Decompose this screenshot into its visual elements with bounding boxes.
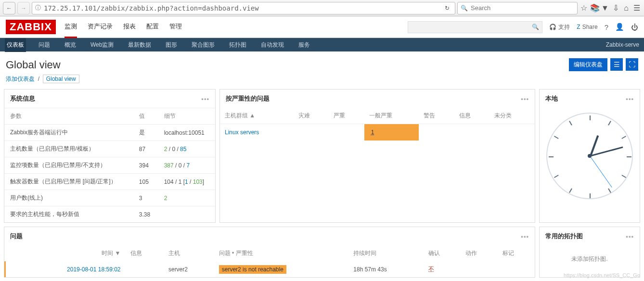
col-tag: 标记 xyxy=(498,245,535,261)
second-hand xyxy=(590,156,612,188)
clock-pin xyxy=(588,154,592,158)
clock-tick xyxy=(554,136,559,139)
col-time[interactable]: 时间 ▼ xyxy=(5,245,126,261)
menu-inventory[interactable]: 资产记录 xyxy=(88,16,113,38)
menu-admin[interactable]: 管理 xyxy=(169,16,182,38)
problem-time-link[interactable]: 2019-08-01 18:59:02 xyxy=(67,266,120,273)
problem-ack[interactable]: 不 xyxy=(428,266,434,272)
value-cell: 394 xyxy=(133,157,158,174)
server-name: Zabbix-serve xyxy=(606,41,639,48)
widget-title: 问题 xyxy=(10,232,23,241)
value-cell: 3 xyxy=(133,190,158,206)
severity-average-count[interactable]: 1 xyxy=(369,128,376,137)
add-dashboard-link[interactable]: 添加仪表盘 xyxy=(6,76,35,82)
clock-tick xyxy=(554,175,559,178)
subnav-overview[interactable]: 概览 xyxy=(63,38,78,52)
browser-search-input[interactable] xyxy=(471,4,574,12)
severity-row: Linux servers 1 xyxy=(220,124,535,141)
col-detail: 细节 xyxy=(158,108,215,125)
widget-menu-icon[interactable]: ••• xyxy=(521,95,529,102)
problem-row: 2019-08-01 18:59:02 server2 server2 is n… xyxy=(5,261,535,277)
col-ack: 确认 xyxy=(424,245,461,261)
value-cell: 3.38 xyxy=(133,206,158,223)
subnav-discovery[interactable]: 自动发现 xyxy=(259,38,286,52)
menu-icon[interactable]: ☰ xyxy=(632,3,641,13)
col-action: 动作 xyxy=(461,245,498,261)
browser-search[interactable]: 🔍 xyxy=(457,2,578,14)
col-problem: 问题 • 严重性 xyxy=(214,245,349,261)
system-info-table: 参数 值 细节 Zabbix服务器端运行中是localhost:10051主机数… xyxy=(4,108,215,222)
app-header: ZABBIX 监测 资产记录 报表 配置 管理 🔍 🎧支持 ZShare ? 👤… xyxy=(0,16,644,38)
problem-host[interactable]: server2 xyxy=(164,261,214,277)
url-input[interactable] xyxy=(44,4,439,12)
widget-menu-icon[interactable]: ••• xyxy=(626,233,634,240)
header-search[interactable]: 🔍 xyxy=(408,21,542,33)
widget-menu-icon[interactable]: ••• xyxy=(626,95,634,102)
pocket-icon[interactable]: ▼ xyxy=(601,4,609,13)
header-search-input[interactable] xyxy=(411,24,532,31)
breadcrumb-current[interactable]: Global view xyxy=(43,75,79,83)
menu-reports[interactable]: 报表 xyxy=(123,16,136,38)
subnav-graphs[interactable]: 图形 xyxy=(164,38,179,52)
col-param: 参数 xyxy=(4,108,133,125)
widget-title: 按严重性的问题 xyxy=(226,94,270,103)
subnav-maps[interactable]: 拓扑图 xyxy=(227,38,248,52)
support-link[interactable]: 🎧支持 xyxy=(549,23,570,31)
subnav-screens[interactable]: 聚合图形 xyxy=(190,38,217,52)
subnav-dashboard[interactable]: 仪表板 xyxy=(5,38,26,52)
detail-cell: 2 / 0 / 85 xyxy=(158,141,215,157)
breadcrumb: 添加仪表盘 / Global view xyxy=(0,74,644,89)
page-title: Global view xyxy=(6,59,61,71)
share-icon: Z xyxy=(577,24,580,30)
help-icon[interactable]: ? xyxy=(605,23,608,31)
power-icon[interactable]: ⏻ xyxy=(631,23,638,31)
share-link[interactable]: ZShare xyxy=(577,24,597,30)
widget-menu-icon[interactable]: ••• xyxy=(201,95,209,102)
subnav-problems[interactable]: 问题 xyxy=(37,38,52,52)
col-duration: 持续时间 xyxy=(348,245,424,261)
search-icon: 🔍 xyxy=(461,5,468,12)
logo[interactable]: ZABBIX xyxy=(6,20,56,34)
param-cell: Zabbix服务器端运行中 xyxy=(4,125,133,141)
maps-empty-text: 未添加拓扑图. xyxy=(540,245,640,273)
download-icon[interactable]: ⇩ xyxy=(611,3,620,13)
menu-config[interactable]: 配置 xyxy=(146,16,159,38)
widget-menu-icon[interactable]: ••• xyxy=(521,233,529,240)
forward-button[interactable]: → xyxy=(17,2,30,14)
subnav-web[interactable]: Web监测 xyxy=(89,38,116,52)
widget-title: 常用的拓扑图 xyxy=(545,232,583,241)
value-cell: 是 xyxy=(133,125,158,141)
param-cell: 监控项数量（已启用/已禁用/不支持） xyxy=(4,157,133,174)
menu-monitoring[interactable]: 监测 xyxy=(64,16,77,38)
clock-tick xyxy=(627,156,631,157)
col-info: 信息 xyxy=(126,245,164,261)
user-icon[interactable]: 👤 xyxy=(615,23,624,31)
reload-icon[interactable]: ↻ xyxy=(442,5,452,12)
subnav-services[interactable]: 服务 xyxy=(296,38,312,52)
sub-nav: 仪表板 问题 概览 Web监测 最新数据 图形 聚合图形 拓扑图 自动发现 服务… xyxy=(0,38,644,51)
home-icon[interactable]: ⌂ xyxy=(622,4,631,13)
url-bar[interactable]: ⓘ ↻ xyxy=(32,2,455,14)
value-cell: 87 xyxy=(133,141,158,157)
col-info: 信息 xyxy=(454,108,490,124)
hostgroup-link[interactable]: Linux servers xyxy=(225,129,259,136)
system-info-row: 用户数(线上)32 xyxy=(4,190,215,206)
edit-dashboard-button[interactable]: 编辑仪表盘 xyxy=(569,58,607,71)
value-cell: 105 xyxy=(133,174,158,190)
detail-cell: 2 xyxy=(158,190,215,206)
detail-cell: 104 / 1 [1 / 103] xyxy=(158,174,215,190)
bookmark-icon[interactable]: ☆ xyxy=(580,3,588,13)
back-button[interactable]: ← xyxy=(3,2,15,14)
clock-tick xyxy=(549,156,554,157)
library-icon[interactable]: 📚 xyxy=(590,3,599,13)
search-icon[interactable]: 🔍 xyxy=(532,24,539,30)
fullscreen-button[interactable]: ⛶ xyxy=(626,58,638,71)
col-hostgroup[interactable]: 主机群组 ▲ xyxy=(220,108,294,124)
param-cell: 用户数(线上) xyxy=(4,190,133,206)
list-button[interactable]: ☰ xyxy=(610,58,623,71)
problem-name[interactable]: server2 is not reachable xyxy=(219,265,286,274)
subnav-latest[interactable]: 最新数据 xyxy=(126,38,153,52)
info-icon: ⓘ xyxy=(35,4,41,12)
clock-tick xyxy=(608,121,611,126)
widget-title: 系统信息 xyxy=(10,94,35,103)
